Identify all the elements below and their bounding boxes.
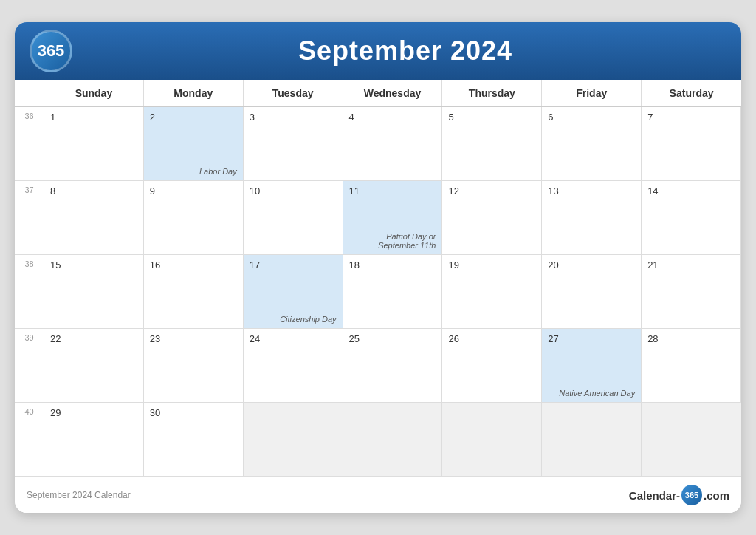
day-event-label: Labor Day	[150, 164, 237, 176]
week-num-40: 40	[15, 403, 44, 477]
day-header-thursday: Thursday	[442, 80, 542, 106]
day-number: 28	[647, 333, 658, 344]
day-cell-19-w2: 19	[442, 255, 542, 329]
week-num-36: 36	[15, 107, 44, 181]
day-cell-30-w4: 30	[144, 403, 244, 477]
day-event-label: Citizenship Day	[250, 312, 337, 324]
logo-badge: 365	[30, 30, 72, 72]
day-number: 3	[250, 112, 255, 123]
day-number: 27	[548, 333, 558, 344]
day-cell-20-w2: 20	[542, 255, 642, 329]
day-number: 9	[150, 185, 155, 197]
footer-brand-text-suffix: .com	[704, 489, 729, 502]
day-cell-18-w2: 18	[343, 255, 443, 329]
day-number: 15	[50, 259, 61, 270]
week-num-39: 39	[15, 329, 44, 403]
calendar-footer: September 2024 Calendar Calendar- 365 .c…	[15, 477, 741, 513]
day-number: 4	[349, 112, 354, 123]
day-number: 10	[250, 185, 260, 197]
day-header-friday: Friday	[542, 80, 642, 106]
footer-logo: 365	[681, 485, 702, 505]
day-number: 14	[647, 185, 658, 197]
day-cell-5-w0: 5	[442, 107, 542, 181]
day-number: 13	[548, 185, 558, 197]
day-number: 11	[349, 185, 360, 197]
day-number: 12	[448, 185, 458, 197]
day-number: 22	[50, 333, 61, 344]
day-cell-21-w2: 21	[642, 255, 741, 329]
week-num-header-spacer	[15, 80, 44, 106]
day-number: 21	[647, 259, 658, 270]
calendar-grid: 3612Labor Day3456737891011Patriot Day or…	[15, 107, 741, 477]
day-number: 23	[150, 333, 160, 344]
day-number: 7	[647, 112, 653, 123]
day-cell-3-w0: 3	[244, 107, 343, 181]
day-number: 8	[50, 185, 55, 197]
day-cell-25-w3: 25	[343, 329, 443, 403]
day-header-monday: Monday	[144, 80, 244, 106]
day-cell-12-w1: 12	[442, 181, 542, 255]
day-cell-empty-w4	[642, 403, 741, 477]
day-cell-14-w1: 14	[642, 181, 741, 255]
day-number: 6	[548, 112, 553, 123]
day-event-label: Native American Day	[548, 386, 635, 398]
day-number: 17	[250, 259, 260, 270]
footer-brand: Calendar- 365 .com	[629, 485, 729, 505]
day-cell-6-w0: 6	[542, 107, 642, 181]
day-event-label: Patriot Day or September 11th	[349, 229, 436, 250]
day-number: 25	[349, 333, 360, 344]
week-num-37: 37	[15, 181, 44, 255]
day-cell-4-w0: 4	[343, 107, 443, 181]
day-number: 2	[150, 112, 155, 123]
day-cell-empty-w4	[542, 403, 642, 477]
day-cell-24-w3: 24	[244, 329, 343, 403]
day-header-sunday: Sunday	[44, 80, 144, 106]
day-cell-28-w3: 28	[642, 329, 741, 403]
day-cell-16-w2: 16	[144, 255, 244, 329]
calendar-container: 365 September 2024 Sunday Monday Tuesday…	[15, 22, 741, 513]
day-cell-10-w1: 10	[244, 181, 343, 255]
day-number: 1	[50, 112, 55, 123]
day-number: 5	[448, 112, 453, 123]
day-number: 20	[548, 259, 558, 270]
footer-label: September 2024 Calendar	[27, 490, 131, 500]
calendar-title: September 2024	[84, 35, 726, 67]
week-num-38: 38	[15, 255, 44, 329]
day-cell-8-w1: 8	[44, 181, 144, 255]
day-cell-empty-w4	[343, 403, 443, 477]
day-number: 24	[250, 333, 260, 344]
day-cell-empty-w4	[244, 403, 343, 477]
day-number: 18	[349, 259, 360, 270]
day-number: 30	[150, 407, 160, 418]
day-number: 26	[448, 333, 458, 344]
day-cell-22-w3: 22	[44, 329, 144, 403]
day-cell-23-w3: 23	[144, 329, 244, 403]
days-of-week-header: Sunday Monday Tuesday Wednesday Thursday…	[15, 80, 741, 107]
day-cell-1-w0: 1	[44, 107, 144, 181]
day-cell-empty-w4	[442, 403, 542, 477]
day-cell-9-w1: 9	[144, 181, 244, 255]
footer-brand-text-prefix: Calendar-	[629, 489, 680, 502]
day-cell-15-w2: 15	[44, 255, 144, 329]
day-cell-17-w2: 17Citizenship Day	[244, 255, 343, 329]
day-number: 16	[150, 259, 160, 270]
day-cell-27-w3: 27Native American Day	[542, 329, 642, 403]
day-header-saturday: Saturday	[642, 80, 741, 106]
day-cell-26-w3: 26	[442, 329, 542, 403]
calendar-header: 365 September 2024	[15, 22, 741, 80]
day-number: 19	[448, 259, 458, 270]
day-cell-11-w1: 11Patriot Day or September 11th	[343, 181, 443, 255]
day-number: 29	[50, 407, 61, 418]
day-cell-13-w1: 13	[542, 181, 642, 255]
day-cell-7-w0: 7	[642, 107, 741, 181]
day-cell-2-w0: 2Labor Day	[144, 107, 244, 181]
day-header-wednesday: Wednesday	[343, 80, 443, 106]
day-cell-29-w4: 29	[44, 403, 144, 477]
day-header-tuesday: Tuesday	[244, 80, 343, 106]
